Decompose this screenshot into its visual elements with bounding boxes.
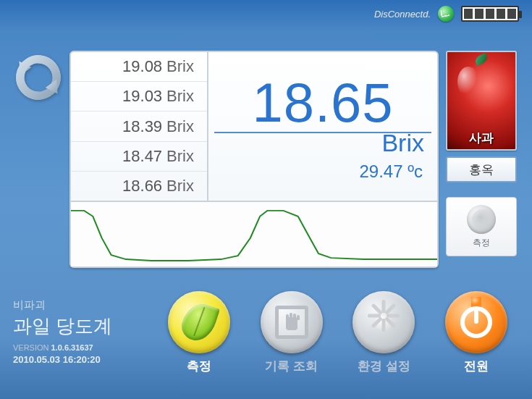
app-subtitle: 비파괴: [13, 298, 154, 312]
status-bar: DisConnectd.: [374, 6, 519, 22]
measure-state-card[interactable]: 측정: [446, 197, 517, 256]
history-value: 19.03: [122, 87, 162, 106]
app-title: 과일 당도계: [13, 314, 154, 339]
history-value: 18.47: [122, 147, 162, 166]
version-number: 1.0.6.31637: [51, 343, 93, 352]
history-unit: Brix: [166, 147, 194, 166]
reading-value: 18.65: [252, 75, 393, 130]
history-value: 19.08: [122, 57, 162, 76]
history-unit: Brix: [166, 117, 194, 136]
power-icon: [460, 306, 492, 338]
history-row: 19.03 Brix: [71, 82, 207, 112]
reading-unit: Brix: [381, 129, 424, 157]
nav-settings-button[interactable]: 환경 설정: [341, 291, 426, 374]
leaf-icon: [178, 299, 220, 345]
hand-icon: [275, 306, 308, 339]
temperature-unit: ºc: [408, 161, 423, 181]
variety-button[interactable]: 홍옥: [446, 156, 517, 182]
refresh-icon: [13, 52, 64, 103]
nav-history-label: 기록 조회: [265, 358, 318, 374]
history-row: 19.08 Brix: [71, 52, 207, 82]
history-list: 19.08 Brix 19.03 Brix 18.39 Brix 18.47 B…: [71, 52, 208, 201]
apple-leaf-icon: [473, 53, 489, 66]
nav-settings-label: 환경 설정: [358, 358, 410, 374]
battery-icon: [461, 6, 519, 22]
nav-power-label: 전원: [464, 358, 489, 374]
measure-state-label: 측정: [473, 237, 490, 249]
nav-history-button[interactable]: 기록 조회: [249, 291, 334, 374]
history-unit: Brix: [166, 177, 194, 196]
temperature-number: 29.47: [360, 161, 403, 181]
temperature-value: 29.47 ºc: [360, 161, 423, 182]
variety-label: 홍옥: [469, 161, 494, 178]
version-label: VERSION: [13, 343, 49, 352]
fruit-card[interactable]: 사과: [446, 51, 517, 151]
connection-status-text: DisConnectd.: [374, 9, 431, 20]
nav-bar: 측정 기록 조회 환경 설정: [156, 291, 519, 381]
history-unit: Brix: [166, 57, 194, 76]
sun-icon: [366, 305, 401, 340]
signal-chart: [71, 201, 437, 266]
history-row: 18.39 Brix: [71, 112, 207, 141]
main-panel: 19.08 Brix 19.03 Brix 18.39 Brix 18.47 B…: [69, 51, 439, 268]
nav-measure-button[interactable]: 측정: [156, 291, 242, 374]
connection-icon: [438, 6, 454, 22]
app-timestamp: 2010.05.03 16:20:20: [13, 354, 154, 365]
reading-panel: 18.65 Brix 29.47 ºc: [208, 52, 437, 201]
history-row: 18.47 Brix: [71, 142, 207, 172]
globe-icon: [467, 205, 496, 234]
history-value: 18.39: [122, 117, 162, 136]
nav-measure-label: 측정: [187, 358, 211, 374]
app-version: VERSION 1.0.6.31637: [13, 343, 154, 352]
history-value: 18.66: [122, 177, 162, 196]
fruit-name-label: 사과: [447, 130, 515, 146]
history-row: 18.66 Brix: [71, 172, 207, 201]
nav-power-button[interactable]: 전원: [434, 291, 519, 374]
app-info: 비파괴 과일 당도계 VERSION 1.0.6.31637 2010.05.0…: [13, 298, 154, 365]
history-unit: Brix: [166, 87, 194, 106]
